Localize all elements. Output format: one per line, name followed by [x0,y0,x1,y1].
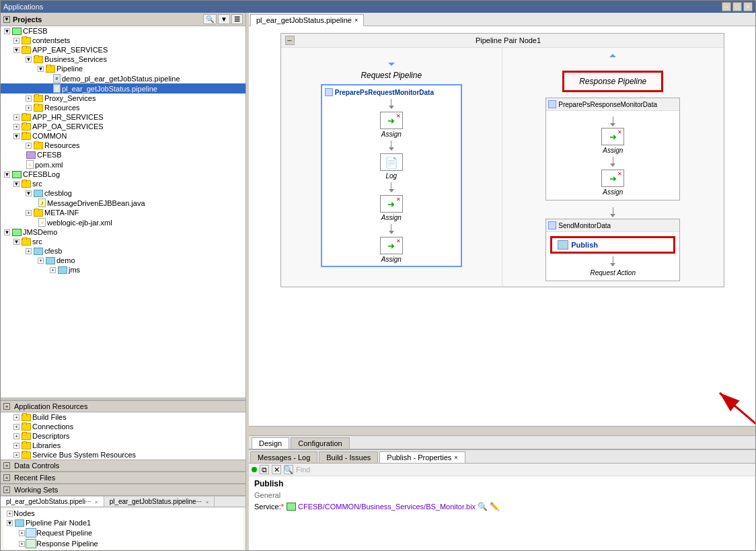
projects-toggle[interactable]: ▼ [3,16,10,23]
app-resources-header[interactable]: + Application Resources [1,401,245,412]
tree-item-descriptors[interactable]: + Descriptors [1,431,245,441]
src-toggle[interactable]: ▼ [13,181,20,187]
descriptors-toggle[interactable]: + [13,433,20,439]
app-res-toggle[interactable]: + [3,403,10,410]
left-tab-2-close[interactable]: × [206,499,209,505]
cfesblog-toggle[interactable]: ▼ [4,172,10,178]
meta-inf-toggle[interactable]: + [26,210,32,216]
prepare-request-node[interactable]: PreparePsRequestMonitorData [321,84,462,267]
pipeline-tab[interactable]: pl_ear_getJobStatus.pipeline × [250,14,364,26]
data-controls-toggle[interactable]: + [3,462,10,469]
pipeline-pair-collapse[interactable]: ─ [285,36,295,45]
log-node[interactable]: 📄 Log [325,153,458,180]
tree-item-app-ear[interactable]: ▼ APP_EAR_SERVICES [1,45,245,54]
tree-item-cfesblog-pkg[interactable]: ▼ cfesblog [1,188,245,198]
working-sets-toggle[interactable]: + [3,486,10,493]
projects-filter-btn[interactable]: ▼ [218,14,230,24]
projects-search-btn[interactable]: 🔍 [203,14,217,24]
minimize-button[interactable]: ─ [722,2,731,11]
design-tab[interactable]: Design [252,437,289,449]
build-files-toggle[interactable]: + [13,414,20,420]
tree-item-jmsdemo[interactable]: ▼ JMSDemo [1,227,245,237]
send-monitor-node[interactable]: SendMonitorData Publish [545,219,680,281]
tree-item-build-files[interactable]: + Build Files [1,412,245,422]
configuration-tab[interactable]: Configuration [291,437,349,449]
libraries-toggle[interactable]: + [13,443,20,449]
msg-log-tab[interactable]: Messages - Log [250,451,317,463]
tree-item-connections[interactable]: + Connections [1,422,245,431]
pipeline-pair-toggle[interactable]: ▼ [7,520,13,526]
left-tab-1-close[interactable]: × [95,499,98,505]
tree-item-jms-src[interactable]: ▼ src [1,237,245,246]
request-pipeline-toggle[interactable]: + [19,530,25,536]
tree-item-cfesblog[interactable]: ▼ CFESBLog [1,170,245,179]
response-pipeline-box[interactable]: Response Pipeline [562,71,663,92]
publish-props-tab[interactable]: Publish - Properties × [379,451,465,463]
tree-item-jms-pkg[interactable]: + jms [1,265,245,274]
left-tab-1[interactable]: pl_ear_getJobStatus.pipeli··· × [1,497,104,507]
tree-item-cfesb-pkg[interactable]: + cfesb [1,246,245,256]
response-pipeline-toggle[interactable]: + [19,541,25,547]
jmsdemo-toggle[interactable]: ▼ [4,229,10,235]
service-search-btn[interactable]: 🔍 [478,502,488,511]
recent-files-header[interactable]: + Recent Files [1,472,245,484]
outline-request-pipeline[interactable]: + Request Pipeline [3,527,243,538]
assign-node-r1[interactable]: ➜ ✕ Assign [601,128,624,154]
close-button[interactable]: × [743,2,753,11]
assign-node-1[interactable]: ➜ ✕ Assign [325,112,458,138]
tree-item-contentsets[interactable]: + contentsets [1,36,245,45]
cfesblog-pkg-toggle[interactable]: ▼ [26,190,32,196]
search-btn[interactable]: 🔍 [284,465,293,474]
common-toggle[interactable]: ▼ [13,133,20,139]
tree-item-cfesb[interactable]: ▼ CFESB [1,26,245,36]
tree-item-pl-pipeline[interactable]: P pl_ear_getJobStatus.pipeline [1,83,245,94]
tree-item-demo-pipeline[interactable]: P demo_pl_ear_getJobStatus.pipeline [1,73,245,83]
tree-item-resources[interactable]: + Resources [1,103,245,112]
cfesb-toggle[interactable]: ▼ [4,28,10,34]
tree-item-proxy[interactable]: + Proxy_Services [1,94,245,103]
service-bus-toggle[interactable]: + [13,452,20,458]
assign-node-2[interactable]: ➜ ✕ Assign [325,195,458,221]
delete-btn[interactable]: ✕ [272,465,281,474]
jms-src-toggle[interactable]: ▼ [13,239,20,245]
assign-node-r2[interactable]: ➜ ✕ Assign [601,170,624,196]
assign-node-3[interactable]: ➜ ✕ Assign [325,237,458,263]
outline-pipeline-pair[interactable]: ▼ Pipeline Pair Node1 [3,518,243,527]
tree-item-weblogic[interactable]: X weblogic-ejb-jar.xml [1,217,245,227]
data-controls-header[interactable]: + Data Controls [1,460,245,472]
publish-props-close[interactable]: × [454,454,457,461]
service-clear-btn[interactable]: ✏️ [490,502,500,511]
tree-item-pom[interactable]: X pom.xml [1,159,245,170]
tree-item-common-resources[interactable]: + Resources [1,141,245,150]
tree-item-cfesb-comp[interactable]: CFESB [1,150,245,159]
prepare-response-node[interactable]: PreparePsResponseMonitorData [545,98,680,200]
tree-item-messagedriven[interactable]: J MessageDrivenEJBBean.java [1,198,245,208]
left-tab-2[interactable]: pl_ear_getJobStatus.pipeline··· × [104,497,215,507]
app-oa-toggle[interactable]: + [13,124,20,130]
pipeline-tab-close[interactable]: × [354,17,358,24]
tree-item-common[interactable]: ▼ COMMON [1,131,245,141]
tree-item-app-oa[interactable]: + APP_OA_SERVICES [1,122,245,131]
nodes-toggle[interactable]: + [7,511,13,517]
cfesb-pkg-toggle[interactable]: + [26,248,32,254]
tree-item-business[interactable]: ▼ Business_Services [1,54,245,64]
app-hr-toggle[interactable]: + [13,114,20,120]
outline-nodes[interactable]: + Nodes [3,509,243,518]
connections-toggle[interactable]: + [13,424,20,430]
jms-pkg-toggle[interactable]: + [50,267,56,273]
tree-item-src[interactable]: ▼ src [1,179,245,188]
business-toggle[interactable]: ▼ [26,57,32,63]
contentsets-toggle[interactable]: + [13,38,20,44]
tree-item-app-hr[interactable]: + APP_HR_SERVICES [1,112,245,122]
proxy-toggle[interactable]: + [26,96,32,102]
tree-item-demo-pkg[interactable]: + demo [1,256,245,265]
tree-item-libraries[interactable]: + Libraries [1,441,245,450]
app-ear-toggle[interactable]: ▼ [13,47,20,53]
publish-box[interactable]: Publish [550,236,675,254]
projects-settings-btn[interactable]: ☰ [231,14,243,24]
canvas-hscroll[interactable] [249,426,755,435]
common-res-toggle[interactable]: + [26,143,32,149]
pipeline-toggle[interactable]: ▼ [38,66,44,72]
resources-toggle[interactable]: + [26,105,32,111]
maximize-button[interactable]: □ [732,2,742,11]
